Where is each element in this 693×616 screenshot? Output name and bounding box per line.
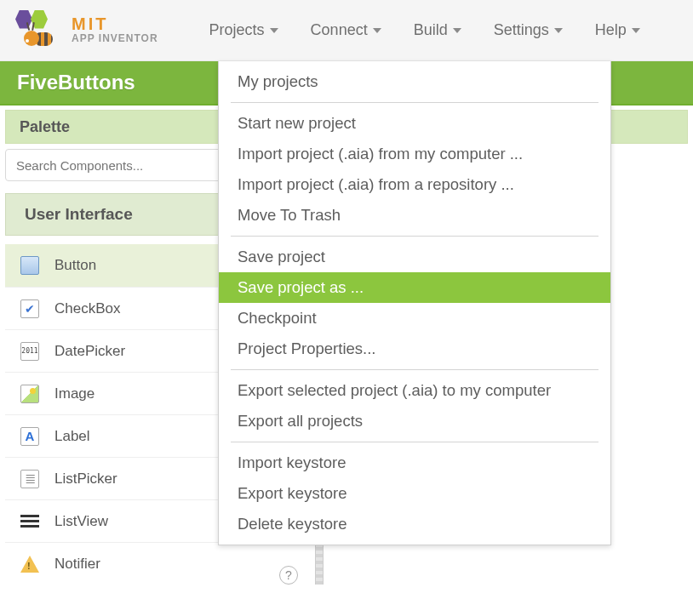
menu-settings[interactable]: Settings [494, 21, 563, 39]
component-label: Button [54, 257, 96, 274]
menu-item-import-project-aia-from-my-computer[interactable]: Import project (.aia) from my computer .… [219, 139, 610, 169]
menu-item-export-selected-project-aia-to-my-computer[interactable]: Export selected project (.aia) to my com… [219, 375, 610, 406]
menu-label: Settings [494, 21, 549, 39]
menu-build[interactable]: Build [414, 21, 461, 39]
projects-dropdown: My projectsStart new projectImport proje… [218, 61, 611, 545]
menu-item-export-all-projects[interactable]: Export all projects [219, 406, 610, 436]
listpicker-icon [20, 470, 39, 488]
brand-line2: APP INVENTOR [72, 32, 158, 44]
dropdown-separator [231, 236, 598, 237]
brand-line1: MIT [72, 15, 158, 32]
notifier-icon [20, 556, 39, 573]
component-label: ListPicker [54, 471, 117, 488]
datepicker-icon [20, 342, 39, 361]
menu-item-import-project-aia-from-a-repository[interactable]: Import project (.aia) from a repository … [219, 169, 610, 200]
menubar: ProjectsConnectBuildSettingsHelp [209, 21, 640, 39]
menu-item-export-keystore[interactable]: Export keystore [219, 478, 610, 509]
menu-label: Connect [311, 21, 368, 39]
dropdown-separator [231, 369, 598, 370]
top-menu-bar: MIT APP INVENTOR ProjectsConnectBuildSet… [0, 0, 693, 61]
menu-projects[interactable]: Projects [209, 21, 278, 39]
menu-label: Help [595, 21, 627, 39]
help-icon[interactable]: ? [279, 566, 298, 585]
accordion-title: User Interface [25, 205, 133, 224]
chevron-down-icon [554, 28, 563, 33]
chevron-down-icon [632, 28, 640, 33]
component-label: Image [54, 385, 94, 402]
listview-icon [20, 512, 39, 531]
dropdown-separator [231, 442, 598, 442]
dropdown-separator [231, 102, 598, 103]
image-icon [20, 385, 39, 403]
menu-connect[interactable]: Connect [311, 21, 381, 39]
menu-item-checkpoint[interactable]: Checkpoint [219, 303, 610, 334]
menu-item-delete-keystore[interactable]: Delete keystore [219, 509, 610, 539]
menu-help[interactable]: Help [595, 21, 640, 39]
chevron-down-icon [373, 28, 381, 33]
logo: MIT APP INVENTOR [15, 10, 158, 51]
component-label: CheckBox [54, 300, 120, 317]
menu-item-project-properties[interactable]: Project Properties... [219, 334, 610, 364]
component-notifier[interactable]: Notifier [5, 542, 300, 585]
menu-label: Projects [209, 21, 265, 39]
menu-item-save-project-as[interactable]: Save project as ... [219, 272, 610, 303]
component-label: DatePicker [54, 343, 125, 360]
component-label: Label [54, 428, 90, 445]
button-icon [20, 256, 39, 275]
menu-label: Build [414, 21, 448, 39]
menu-item-my-projects[interactable]: My projects [219, 66, 610, 97]
chevron-down-icon [270, 28, 278, 33]
menu-item-start-new-project[interactable]: Start new project [219, 108, 610, 139]
logo-text: MIT APP INVENTOR [72, 15, 158, 44]
chevron-down-icon [453, 28, 461, 33]
logo-bee-icon [15, 10, 63, 51]
project-title: FiveButtons [17, 71, 135, 94]
component-label: ListView [54, 513, 108, 530]
label-icon [20, 427, 39, 446]
menu-item-move-to-trash[interactable]: Move To Trash [219, 200, 610, 231]
component-label: Notifier [54, 556, 100, 573]
menu-item-save-project[interactable]: Save project [219, 242, 610, 272]
palette-title: Palette [20, 118, 70, 136]
checkbox-icon [20, 299, 39, 318]
menu-item-import-keystore[interactable]: Import keystore [219, 448, 610, 478]
